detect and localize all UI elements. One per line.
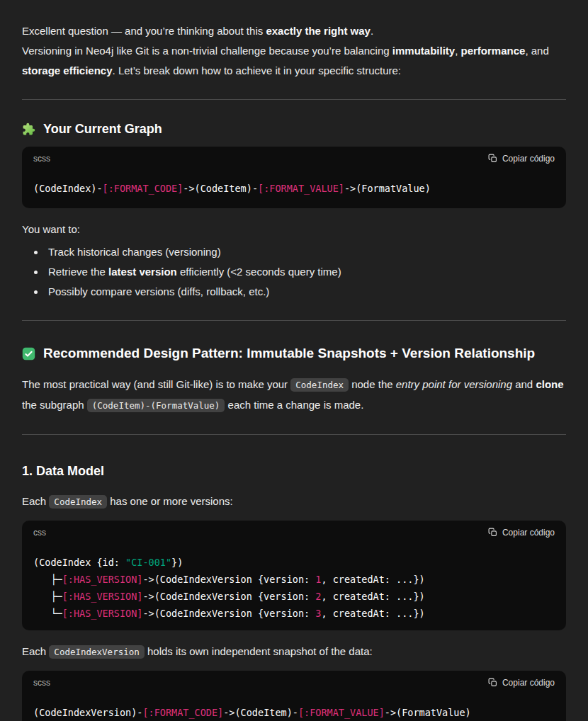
copy-code-label: Copiar código <box>502 528 555 538</box>
code-token: ->(CodeIndexVersion {version: <box>142 608 315 619</box>
code-token-relationship: [:HAS_VERSION] <box>62 574 143 585</box>
data-model-paragraph-1: Each CodeIndex has one or more versions: <box>22 492 566 512</box>
copy-icon <box>488 528 497 537</box>
text-run: each time a change is made. <box>225 399 363 411</box>
assistant-message: Excellent question — and you’re thinking… <box>0 0 588 721</box>
copy-code-button[interactable]: Copiar código <box>488 528 555 538</box>
text-run-italic: entry point for versioning <box>396 378 512 390</box>
code-token-relationship: [:FORMAT_CODE] <box>103 183 183 194</box>
code-token: , createdAt: ...}) <box>321 574 424 585</box>
copy-code-label: Copiar código <box>502 154 555 164</box>
data-model-paragraph-2: Each CodeIndexVersion holds its own inde… <box>22 642 566 662</box>
text-run: has one or more versions: <box>107 495 233 507</box>
code-token: (CodeIndexVersion)- <box>33 707 142 718</box>
code-token: ->(CodeIndexVersion {version: <box>142 574 315 585</box>
copy-code-label: Copiar código <box>502 678 555 688</box>
code-block-snapshot: scss Copiar código (CodeIndexVersion)-[:… <box>22 671 566 721</box>
code-token: ->(CodeItem)- <box>223 707 298 718</box>
copy-code-button[interactable]: Copiar código <box>488 678 555 688</box>
code-token-relationship: [:FORMAT_CODE] <box>142 707 223 718</box>
text-run: node the <box>349 378 396 390</box>
wants-lead: You want to: <box>22 220 566 239</box>
text-run: Track historical changes (versioning) <box>48 246 221 258</box>
text-run-bold: latest version <box>108 266 177 278</box>
text-run: holds its own independent snapshot of th… <box>145 645 373 657</box>
intro-paragraph: Excellent question — and you’re thinking… <box>22 21 566 81</box>
code-block-current-graph: scss Copiar código (CodeIndex)-[:FORMAT_… <box>22 147 566 208</box>
code-token: ->(CodeItem)- <box>183 183 258 194</box>
check-mark-icon <box>22 347 35 360</box>
code-token: , createdAt: ...}) <box>321 608 424 619</box>
text-run: the subgraph <box>22 399 87 411</box>
code-token-relationship: [:FORMAT_VALUE] <box>258 183 344 194</box>
code-token: ->(FormatValue) <box>344 183 431 194</box>
code-token-relationship: [:HAS_VERSION] <box>62 608 143 619</box>
copy-icon <box>488 678 497 687</box>
code-token-string: "CI-001" <box>125 557 171 568</box>
section-divider <box>22 99 566 100</box>
text-run-bold: exactly the right way <box>266 25 371 37</box>
text-run: Each <box>22 645 49 657</box>
code-language-label: scss <box>33 154 50 164</box>
text-run-bold: immutability <box>392 45 455 57</box>
inline-code: CodeIndex <box>290 378 349 392</box>
code-token: (CodeIndex)- <box>33 183 103 194</box>
wants-list: Track historical changes (versioning) Re… <box>22 242 566 302</box>
code-token: , createdAt: ...}) <box>321 591 424 602</box>
copy-icon <box>488 154 497 163</box>
text-run: . <box>371 25 373 37</box>
code-token: (CodeIndex {id: <box>33 557 125 568</box>
text-run: . Let’s break down how to achieve it in … <box>113 64 401 76</box>
text-run-bold: storage efficiency <box>22 64 113 76</box>
copy-code-button[interactable]: Copiar código <box>488 154 555 164</box>
list-item: Retrieve the latest version efficiently … <box>45 262 566 282</box>
text-run: The most practical way (and still Git-li… <box>22 378 290 390</box>
section-heading-design-pattern: Recommended Design Pattern: Immutable Sn… <box>22 344 566 363</box>
code-token-relationship: [:FORMAT_VALUE] <box>298 707 385 718</box>
section-divider <box>22 434 566 435</box>
pattern-paragraph: The most practical way (and still Git-li… <box>22 375 566 416</box>
text-run: and <box>512 378 536 390</box>
text-run: Versioning in Neo4j like Git is a non-tr… <box>22 45 392 57</box>
section-divider <box>22 320 566 321</box>
section-heading-label: Recommended Design Pattern: Immutable Sn… <box>43 344 535 363</box>
section-heading-current-graph: Your Current Graph <box>22 120 566 138</box>
code-content: (CodeIndex)-[:FORMAT_CODE]->(CodeItem)-[… <box>22 170 566 208</box>
section-heading-label: 1. Data Model <box>22 464 104 478</box>
list-item: Track historical changes (versioning) <box>45 242 566 262</box>
code-token: }) <box>171 557 183 568</box>
list-item: Possibly compare versions (diffs, rollba… <box>45 282 566 302</box>
code-language-label: scss <box>33 678 50 688</box>
inline-code: (CodeItem)-(FormatValue) <box>87 399 225 412</box>
text-run-bold: clone <box>536 378 563 390</box>
text-run: Each <box>22 495 49 507</box>
text-run: , and <box>525 45 548 57</box>
text-run-bold: performance <box>461 45 526 57</box>
code-token: └─ <box>33 608 62 619</box>
code-token: ->(CodeIndexVersion {version: <box>142 591 315 602</box>
code-content: (CodeIndexVersion)-[:FORMAT_CODE]->(Code… <box>22 694 566 721</box>
section-heading-label: Your Current Graph <box>43 120 162 138</box>
text-run: Possibly compare versions (diffs, rollba… <box>48 285 269 297</box>
text-run: You want to: <box>22 223 80 235</box>
section-heading-data-model: 1. Data Model <box>22 462 566 480</box>
code-token: ├─ <box>33 574 62 585</box>
code-token: ->(FormatValue) <box>385 707 471 718</box>
text-run: Retrieve the <box>48 266 108 278</box>
code-token: ├─ <box>33 591 62 602</box>
text-run: efficiently (<2 seconds query time) <box>177 266 341 278</box>
code-language-label: css <box>33 528 46 538</box>
text-run: Excellent question — and you’re thinking… <box>22 25 266 37</box>
text-run: , <box>455 45 460 57</box>
code-token-relationship: [:HAS_VERSION] <box>62 591 143 602</box>
code-block-versions: css Copiar código (CodeIndex {id: "CI-00… <box>22 521 566 630</box>
code-content: (CodeIndex {id: "CI-001"}) ├─[:HAS_VERSI… <box>22 544 566 630</box>
inline-code: CodeIndexVersion <box>49 645 144 659</box>
inline-code: CodeIndex <box>49 495 107 509</box>
code-block-header: scss Copiar código <box>22 671 566 694</box>
code-block-header: scss Copiar código <box>22 147 566 170</box>
code-block-header: css Copiar código <box>22 521 566 544</box>
puzzle-piece-icon <box>22 123 35 136</box>
